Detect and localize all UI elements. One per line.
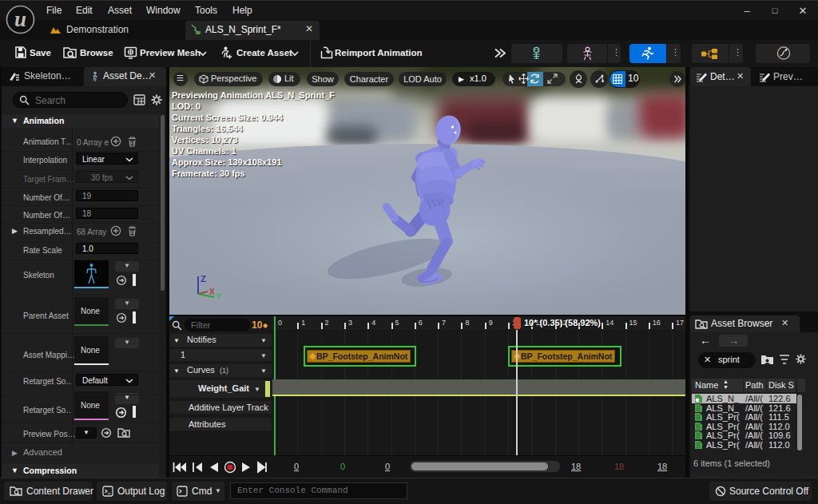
svg-text:u: u bbox=[14, 7, 26, 31]
svg-text:Y: Y bbox=[216, 292, 221, 299]
svg-text:Z: Z bbox=[201, 274, 206, 284]
svg-text:X: X bbox=[209, 288, 215, 296]
